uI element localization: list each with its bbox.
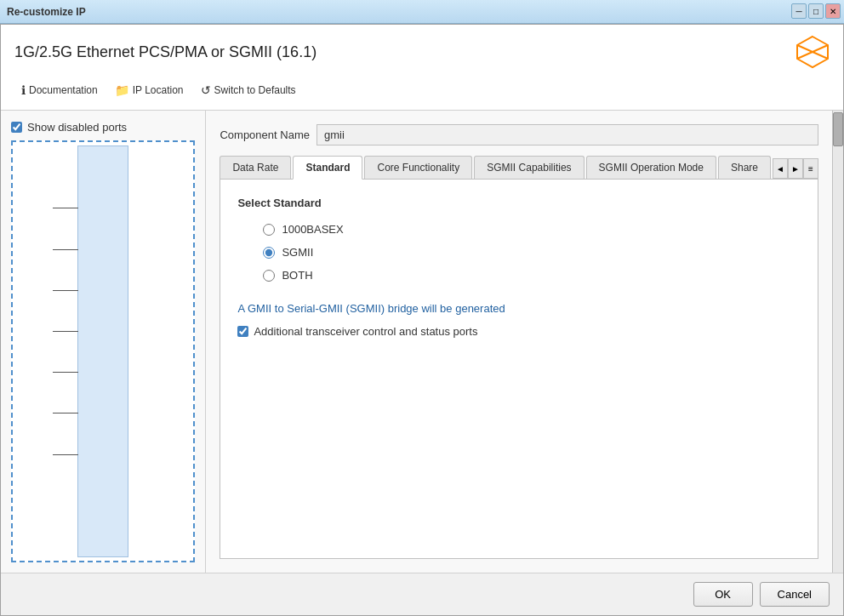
additional-transceiver-label: Additional transceiver control and statu… [254, 325, 477, 338]
port-line-7 [53, 454, 78, 455]
component-name-label: Component Name [220, 128, 310, 141]
bottom-bar: OK Cancel [1, 573, 843, 615]
ok-button[interactable]: OK [693, 582, 753, 607]
port-line-4 [53, 331, 78, 332]
close-button[interactable]: ✕ [825, 3, 841, 19]
radio-1000basex[interactable] [263, 224, 275, 236]
tab-share[interactable]: Share [718, 156, 771, 179]
tab-sgmii-capabilities[interactable]: SGMII Capabilities [474, 156, 584, 179]
select-standard-title: Select Standard [237, 197, 801, 209]
documentation-label: Documentation [29, 84, 98, 96]
app-title-row: 1G/2.5G Ethernet PCS/PMA or SGMII (16.1) [14, 35, 830, 69]
radio-sgmii[interactable] [263, 247, 275, 259]
ip-location-label: IP Location [133, 84, 184, 96]
ip-location-button[interactable]: 📁 IP Location [108, 81, 191, 100]
port-line-2 [53, 249, 78, 250]
maximize-button[interactable]: □ [808, 3, 824, 19]
title-bar-text: Re-customize IP [7, 6, 86, 18]
port-line-5 [53, 372, 78, 373]
header-section: 1G/2.5G Ethernet PCS/PMA or SGMII (16.1)… [1, 25, 843, 111]
component-name-input[interactable] [316, 124, 818, 145]
radio-label-both: BOTH [282, 269, 312, 282]
additional-transceiver-checkbox[interactable] [237, 326, 248, 337]
radio-label-1000basex: 1000BASEX [282, 223, 343, 236]
port-inner-box [77, 145, 128, 557]
title-bar-controls: ─ □ ✕ [791, 3, 841, 19]
documentation-button[interactable]: ℹ Documentation [14, 81, 105, 100]
port-line-1 [53, 208, 78, 208]
info-text: A GMII to Serial-GMII (SGMII) bridge wil… [237, 302, 801, 315]
tab-more-button[interactable]: ≡ [803, 158, 818, 179]
cancel-button[interactable]: Cancel [760, 582, 830, 607]
tab-sgmii-operation-mode[interactable]: SGMII Operation Mode [586, 156, 716, 179]
show-disabled-ports-label: Show disabled ports [27, 121, 127, 134]
show-disabled-ports-row: Show disabled ports [11, 121, 195, 134]
switch-to-defaults-button[interactable]: ↺ Switch to Defaults [194, 81, 303, 100]
component-name-row: Component Name [220, 124, 818, 145]
info-icon: ℹ [21, 83, 26, 97]
radio-group: 1000BASEX SGMII BOTH [237, 223, 801, 282]
port-line-3 [53, 290, 78, 291]
title-bar: Re-customize IP ─ □ ✕ [0, 0, 844, 24]
switch-to-defaults-label: Switch to Defaults [214, 84, 296, 96]
tab-core-functionality[interactable]: Core Functionality [364, 156, 472, 179]
tab-nav-left-button[interactable]: ◄ [773, 158, 788, 179]
app-title: 1G/2.5G Ethernet PCS/PMA or SGMII (16.1) [14, 43, 316, 61]
scroll-thumb[interactable] [833, 112, 843, 146]
tab-standard[interactable]: Standard [293, 156, 362, 180]
right-scrollbar[interactable] [832, 111, 843, 573]
port-diagram [11, 140, 195, 562]
tab-data-rate[interactable]: Data Rate [220, 156, 291, 179]
left-panel: Show disabled ports [1, 111, 206, 573]
right-panel: Component Name Data Rate Standard Core F… [206, 111, 832, 573]
content-area: Show disabled ports Compon [1, 111, 843, 573]
radio-both[interactable] [263, 270, 275, 282]
additional-transceiver-row: Additional transceiver control and statu… [237, 325, 801, 338]
radio-item-1000basex[interactable]: 1000BASEX [263, 223, 801, 236]
tabs-container: Data Rate Standard Core Functionality SG… [220, 156, 818, 180]
tab-content-standard: Select Standard 1000BASEX SGMII [220, 180, 818, 559]
radio-item-sgmii[interactable]: SGMII [263, 246, 801, 259]
radio-label-sgmii: SGMII [282, 246, 313, 259]
tab-nav-right-button[interactable]: ► [788, 158, 803, 179]
location-icon: 📁 [115, 83, 129, 97]
toolbar: ℹ Documentation 📁 IP Location ↺ Switch t… [14, 77, 830, 103]
logo-icon [796, 35, 830, 69]
main-window: 1G/2.5G Ethernet PCS/PMA or SGMII (16.1)… [0, 24, 844, 616]
radio-item-both[interactable]: BOTH [263, 269, 801, 282]
minimize-button[interactable]: ─ [791, 3, 807, 19]
refresh-icon: ↺ [201, 83, 211, 97]
port-line-6 [53, 413, 78, 414]
show-disabled-ports-checkbox[interactable] [11, 122, 22, 133]
